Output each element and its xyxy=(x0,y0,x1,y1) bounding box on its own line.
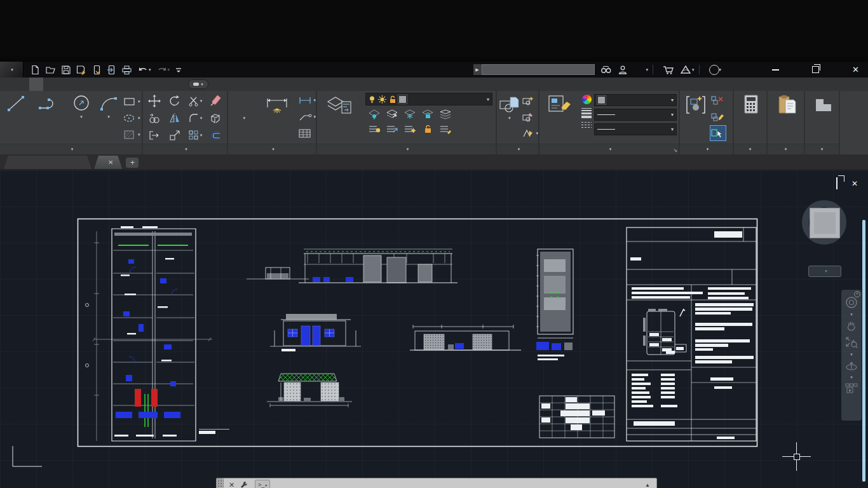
orbit-icon[interactable] xyxy=(845,360,858,372)
help-search-input[interactable] xyxy=(482,64,595,75)
redo-button[interactable] xyxy=(156,65,170,75)
panel-label-groups[interactable] xyxy=(680,144,733,154)
leader-button[interactable] xyxy=(298,109,316,124)
linetype-icon[interactable] xyxy=(581,122,592,128)
match-properties-button[interactable] xyxy=(539,91,580,135)
explode-button[interactable] xyxy=(209,112,222,124)
lineweight-dropdown[interactable] xyxy=(594,109,677,121)
save-as-button[interactable] xyxy=(76,65,87,75)
array-button[interactable] xyxy=(188,130,203,141)
navigation-bar[interactable]: ✕ ▼ ▼ ▼ xyxy=(841,290,862,421)
layer-off-button[interactable] xyxy=(368,109,381,119)
new-file-button[interactable] xyxy=(30,65,40,75)
line-button[interactable] xyxy=(2,92,30,142)
layer-freeze-button[interactable] xyxy=(403,109,416,119)
group-button[interactable] xyxy=(682,91,709,140)
insert-dropdown-icon[interactable]: ▾ xyxy=(508,116,511,120)
open-file-button[interactable] xyxy=(45,65,56,75)
rectangle-button[interactable] xyxy=(123,94,140,109)
wcs-dropdown[interactable] xyxy=(808,266,841,277)
plot-button[interactable] xyxy=(121,65,132,75)
clipboard-button[interactable] xyxy=(768,91,805,116)
save-button[interactable] xyxy=(61,65,71,75)
panel-label-annotation[interactable] xyxy=(228,144,316,154)
layer-lock-button[interactable] xyxy=(421,109,434,119)
tab-annotate[interactable] xyxy=(57,78,71,91)
drawing-canvas[interactable]: ✕ xyxy=(0,170,868,488)
arc-button[interactable]: ▾ xyxy=(96,92,121,142)
panel-label-properties[interactable] xyxy=(539,144,679,154)
command-close-icon[interactable]: ✕ xyxy=(229,481,234,488)
app-store-cart-icon[interactable] xyxy=(663,65,675,75)
object-color-dropdown[interactable] xyxy=(594,94,677,106)
tab-collaborate[interactable] xyxy=(141,78,155,91)
group-edit-button[interactable] xyxy=(710,109,726,124)
text-dropdown-icon[interactable]: ▾ xyxy=(243,116,246,120)
linear-dimension-button[interactable] xyxy=(298,93,316,107)
tab-view[interactable] xyxy=(85,78,99,91)
tab-output[interactable] xyxy=(113,78,127,91)
text-button[interactable]: ▾ xyxy=(232,91,257,140)
layer-match-button[interactable] xyxy=(368,123,381,134)
user-icon[interactable] xyxy=(618,65,628,75)
command-prompt-icon[interactable]: >_ xyxy=(255,480,270,488)
view-button[interactable] xyxy=(805,91,840,116)
insert-button[interactable]: ▾ xyxy=(498,91,520,140)
define-attributes-button[interactable] xyxy=(522,126,538,140)
utilities-button[interactable] xyxy=(734,91,768,116)
tab-home[interactable] xyxy=(29,78,43,91)
panel-label-clipboard[interactable] xyxy=(768,144,804,154)
a360-icon[interactable] xyxy=(680,65,695,75)
circle-button[interactable]: ▾ xyxy=(67,92,96,142)
layer-merge-button[interactable] xyxy=(439,123,452,134)
tab-express-tools[interactable] xyxy=(155,78,169,91)
pan-icon[interactable] xyxy=(846,320,857,332)
command-line[interactable]: ✕ >_ ▲ xyxy=(216,478,657,488)
move-button[interactable] xyxy=(148,95,161,107)
circle-dropdown-icon[interactable]: ▾ xyxy=(80,115,83,119)
tab-manage[interactable] xyxy=(99,78,113,91)
ribbon-collapse-button[interactable] xyxy=(188,79,208,89)
close-button[interactable]: ✕ xyxy=(852,65,859,74)
viewcube[interactable] xyxy=(794,192,853,257)
stretch-button[interactable] xyxy=(148,130,161,140)
zoom-dropdown-icon[interactable]: ▼ xyxy=(850,353,853,356)
tab-parametric[interactable] xyxy=(71,78,85,91)
orbit-dropdown-icon[interactable]: ▼ xyxy=(850,376,853,379)
offset-button[interactable] xyxy=(209,130,222,141)
scale-button[interactable] xyxy=(169,130,180,141)
layer-unlock-all-button[interactable] xyxy=(421,123,434,134)
layer-thaw-all-button[interactable] xyxy=(403,123,416,134)
doc-restore-button[interactable] xyxy=(836,178,837,189)
undo-button[interactable] xyxy=(137,65,151,75)
tab-featured-apps[interactable] xyxy=(169,78,183,91)
new-drawing-tab-button[interactable]: + xyxy=(126,158,139,168)
tab-insert[interactable] xyxy=(43,78,57,91)
arc-dropdown-icon[interactable]: ▾ xyxy=(107,115,110,119)
navigation-wheel-icon[interactable] xyxy=(845,296,858,309)
layer-prev-button[interactable] xyxy=(386,123,398,134)
rotate-button[interactable] xyxy=(168,95,181,107)
doc-close-button[interactable]: ✕ xyxy=(851,179,858,188)
sign-in-dropdown-icon[interactable] xyxy=(646,67,649,72)
copy-button[interactable] xyxy=(148,112,161,124)
minimize-button[interactable] xyxy=(772,69,779,71)
hatch-button[interactable] xyxy=(123,127,140,142)
command-history-icon[interactable]: ▲ xyxy=(645,482,650,488)
panel-label-block[interactable] xyxy=(497,144,538,154)
panel-label-view[interactable] xyxy=(805,144,839,154)
file-tab-active-document[interactable]: ✕ xyxy=(94,156,122,169)
layer-select-dropdown[interactable] xyxy=(365,93,492,105)
panel-label-modify[interactable] xyxy=(143,144,227,154)
layer-isolate-button[interactable] xyxy=(386,109,398,119)
navbar-dropdown-icon[interactable]: ▼ xyxy=(850,313,853,316)
search-expand-icon[interactable]: ▶ xyxy=(473,64,482,75)
command-line-grip[interactable] xyxy=(217,478,224,488)
dimension-button[interactable] xyxy=(257,91,297,140)
edit-attributes-button[interactable] xyxy=(522,109,538,124)
tab-addins[interactable] xyxy=(127,78,141,91)
zoom-icon[interactable] xyxy=(845,336,858,349)
erase-button[interactable] xyxy=(209,95,222,107)
group-selection-toggle[interactable] xyxy=(710,126,726,140)
app-menu-button[interactable] xyxy=(0,62,24,78)
